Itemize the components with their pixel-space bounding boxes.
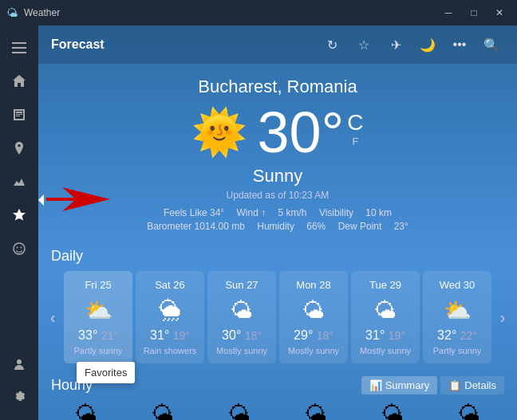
- svg-point-6: [17, 359, 22, 364]
- day-temps-sat26: 31° 19°: [142, 328, 198, 343]
- daily-section-title: Daily: [38, 238, 517, 271]
- day-card-wed30[interactable]: Wed 30 ⛅ 32° 22° Partly sunny: [423, 271, 491, 363]
- header-actions: ↻ ☆ ✈ 🌙 ••• 🔍: [319, 32, 504, 57]
- day-icon-tue29: 🌤: [357, 297, 413, 324]
- pin-button[interactable]: ✈: [383, 32, 408, 57]
- hourly-row: 🌤 21° 🌤 22° 🌤 22° 🌤 22° 🌤 23°: [38, 398, 517, 420]
- hourly-icon-3: 🌤: [204, 401, 274, 420]
- day-card-sat26[interactable]: Sat 26 🌦 31° 19° Rain showers: [136, 271, 204, 363]
- minimize-button[interactable]: ─: [437, 2, 460, 24]
- hourly-icon-1: 🌤: [51, 401, 121, 420]
- day-name-mon28: Mon 28: [286, 279, 341, 291]
- day-high-fri25: 33°: [78, 328, 97, 342]
- refresh-button[interactable]: ↻: [319, 32, 345, 57]
- wind-value: 5 km/h: [278, 207, 307, 218]
- more-button[interactable]: •••: [447, 32, 472, 57]
- sidebar-item-feedback[interactable]: [3, 233, 35, 265]
- main-layout: Favorites Forecast ↻ ☆ ✈ 🌙 ••• 🔍: [0, 26, 517, 420]
- header-bar: Forecast ↻ ☆ ✈ 🌙 ••• 🔍: [38, 26, 517, 64]
- day-low-mon28: 18°: [317, 329, 333, 342]
- day-name-sun27: Sun 27: [214, 279, 270, 291]
- day-high-wed30: 32°: [437, 328, 456, 342]
- sidebar-item-home[interactable]: [3, 65, 35, 97]
- barometer-label: Barometer: [147, 221, 194, 232]
- svg-point-5: [21, 247, 22, 249]
- daily-scroll: ‹ Fri 25 ⛅ 33° 21° Partly sunny S: [38, 271, 517, 370]
- day-desc-tue29: Mostly sunny: [357, 346, 413, 355]
- wind-label: Wind ↑: [237, 207, 269, 218]
- daily-cards: Fri 25 ⛅ 33° 21° Partly sunny Sat 26 🌦: [64, 271, 491, 363]
- hourly-item-3: 🌤 22°: [204, 401, 274, 420]
- sidebar-item-news[interactable]: [3, 99, 35, 131]
- tooltip-text: Favorites: [85, 367, 127, 379]
- day-icon-sat26: 🌦: [142, 297, 198, 324]
- svg-marker-7: [46, 187, 110, 211]
- sidebar-item-menu[interactable]: [3, 32, 35, 64]
- unit-f: F: [347, 135, 363, 147]
- chart-icon: 📊: [369, 379, 382, 391]
- scroll-left-button[interactable]: ‹: [41, 305, 64, 330]
- temperature-value: 30°: [257, 104, 344, 161]
- feels-like-value: 34°: [210, 207, 224, 218]
- titlebar-left: 🌤 Weather: [6, 6, 60, 19]
- weather-window: 🌤 Weather ─ □ ✕: [0, 0, 517, 420]
- hourly-icon-4: 🌤: [281, 401, 351, 420]
- hourly-item-6: 🌤 23°: [434, 401, 504, 420]
- day-high-mon28: 29°: [294, 328, 313, 342]
- weather-details: Feels Like 34° Wind ↑ 5 km/h Visibility …: [54, 207, 501, 232]
- day-low-wed30: 22°: [460, 329, 477, 342]
- day-card-mon28[interactable]: Mon 28 🌤 29° 18° Mostly sunny: [279, 271, 348, 363]
- temperature-display: 30° C F: [257, 104, 363, 161]
- dewpoint-value: 23°: [394, 221, 408, 232]
- svg-rect-1: [12, 47, 26, 49]
- current-weather-icon: 🌞: [191, 106, 247, 159]
- hourly-item-4: 🌤 22°: [281, 401, 351, 420]
- barometer-row: Barometer 1014.00 mb Humidity 66% Dew Po…: [54, 221, 501, 232]
- summary-label: Summary: [385, 379, 430, 391]
- maximize-button[interactable]: □: [463, 2, 485, 24]
- barometer-value: 1014.00 mb: [195, 221, 245, 232]
- night-mode-button[interactable]: 🌙: [415, 32, 440, 57]
- unit-c: C: [347, 110, 363, 135]
- svg-rect-2: [12, 52, 26, 53]
- feels-like-row: Feels Like 34° Wind ↑ 5 km/h Visibility …: [54, 207, 501, 218]
- search-button[interactable]: 🔍: [479, 32, 504, 57]
- details-label: Details: [464, 379, 496, 391]
- day-low-tue29: 19°: [389, 329, 405, 342]
- day-desc-fri25: Partly sunny: [70, 346, 126, 355]
- day-icon-sun27: 🌤: [214, 297, 270, 324]
- day-icon-mon28: 🌤: [286, 297, 341, 324]
- day-low-sat26: 19°: [173, 329, 190, 342]
- day-temps-sun27: 30° 18°: [214, 328, 270, 343]
- hourly-item-5: 🌤 23°: [357, 401, 428, 420]
- day-card-sun27[interactable]: Sun 27 🌤 30° 18° Mostly sunny: [207, 271, 276, 363]
- summary-button[interactable]: 📊 Summary: [361, 376, 438, 394]
- sidebar-item-favorites[interactable]: [3, 199, 35, 231]
- day-low-sun27: 18°: [245, 329, 262, 342]
- sidebar-item-map[interactable]: [3, 132, 35, 164]
- sidebar-item-historical[interactable]: [3, 166, 35, 198]
- favorite-button[interactable]: ☆: [351, 32, 377, 57]
- svg-point-4: [17, 247, 18, 249]
- hourly-item-1: 🌤 21°: [51, 401, 121, 420]
- day-name-tue29: Tue 29: [357, 279, 413, 291]
- hourly-icon-5: 🌤: [357, 401, 428, 420]
- scroll-right-button[interactable]: ›: [491, 305, 514, 330]
- day-high-sun27: 30°: [222, 328, 241, 342]
- hourly-actions: 📊 Summary 📋 Details: [361, 376, 504, 394]
- window-title: Weather: [24, 7, 60, 18]
- sidebar-item-settings[interactable]: [3, 382, 35, 414]
- visibility-value: 10 km: [365, 207, 392, 218]
- city-name: Bucharest, Romania: [54, 77, 501, 97]
- day-icon-fri25: ⛅: [70, 297, 126, 324]
- sidebar-item-account[interactable]: [3, 348, 35, 380]
- details-button[interactable]: 📋 Details: [440, 376, 504, 394]
- visibility-label: Visibility: [319, 207, 356, 218]
- page-title: Forecast: [51, 37, 105, 52]
- hourly-icon-2: 🌤: [128, 401, 198, 420]
- last-updated: Updated as of 10:23 AM: [54, 190, 501, 201]
- day-card-tue29[interactable]: Tue 29 🌤 31° 19° Mostly sunny: [351, 271, 420, 363]
- close-button[interactable]: ✕: [488, 2, 511, 24]
- dewpoint-label: Dew Point: [338, 221, 385, 232]
- day-card-fri25[interactable]: Fri 25 ⛅ 33° 21° Partly sunny: [64, 271, 132, 363]
